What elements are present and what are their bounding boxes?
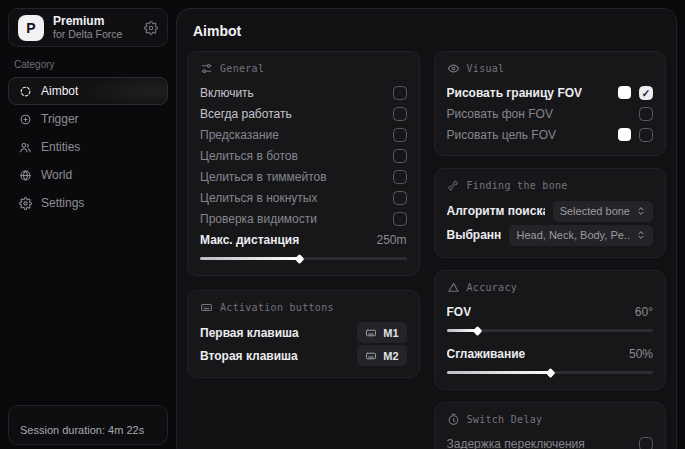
- bone-algorithm-dropdown[interactable]: Selected bone: [553, 201, 653, 222]
- sidebar-item-entities[interactable]: Entities: [8, 133, 168, 161]
- crosshair-icon: [19, 85, 32, 98]
- toggle-label: Целиться в нокнутых: [200, 191, 317, 205]
- visual-row: Рисовать границу FOV: [447, 82, 654, 103]
- toggle-row: Всегда работать: [200, 103, 407, 124]
- sidebar-item-label: Trigger: [41, 112, 79, 126]
- checkbox[interactable]: [639, 437, 653, 449]
- visual-card: Visual Рисовать границу FOV Рисовать фон…: [434, 51, 667, 156]
- checkbox[interactable]: [393, 86, 407, 100]
- dropdown-value: Head, Neck, Body, Pe..: [516, 229, 630, 241]
- toggle-label: Включить: [200, 86, 254, 100]
- sidebar-item-label: Settings: [41, 196, 84, 210]
- card-title: Switch Delay: [467, 414, 543, 425]
- accuracy-card: Accuracy FOV 60° Сглаживание 50%: [434, 270, 667, 390]
- slider-fill: [447, 371, 550, 374]
- triangle-icon: [447, 281, 460, 294]
- brand-subtitle: for Delta Force: [53, 28, 135, 40]
- entities-icon: [19, 141, 32, 154]
- sidebar-item-world[interactable]: World: [8, 161, 168, 189]
- visual-label: Рисовать границу FOV: [447, 86, 583, 100]
- selected-bones-dropdown[interactable]: Head, Neck, Body, Pe..: [509, 225, 653, 246]
- bone-row: Выбранные кости Head, Neck, Body, Pe..: [447, 223, 654, 247]
- slider-value: 50%: [629, 347, 653, 361]
- toggle-row: Целиться в ботов: [200, 145, 407, 166]
- keybind-button[interactable]: M2: [357, 345, 406, 366]
- slider-label: Макс. дистанция: [200, 233, 299, 247]
- toggle-row: Проверка видимости: [200, 208, 407, 229]
- card-title: Activation buttons: [220, 302, 334, 313]
- main-panel: Aimbot General Включить Всегда работать: [176, 8, 677, 449]
- trigger-icon: [19, 113, 32, 126]
- checkbox[interactable]: [639, 107, 653, 121]
- sidebar-item-label: Entities: [41, 140, 80, 154]
- checkbox[interactable]: [393, 170, 407, 184]
- toggle-label: Целиться в ботов: [200, 149, 298, 163]
- eye-icon: [447, 62, 460, 75]
- switch-delay-card: Switch Delay Задержка переключения Задер…: [434, 402, 667, 449]
- chevrons-up-down-icon: [636, 206, 646, 216]
- card-title: Visual: [467, 63, 505, 74]
- slider-header-row: Макс. дистанция 250m: [200, 229, 407, 250]
- toggle-label: Задержка переключения: [447, 437, 585, 449]
- slider-value: 250m: [376, 233, 406, 247]
- slider-label: Сглаживание: [447, 347, 526, 361]
- keyboard-icon: [200, 301, 213, 314]
- checkbox[interactable]: [393, 128, 407, 142]
- sidebar-item-label: Aimbot: [41, 84, 78, 98]
- chevrons-up-down-icon: [636, 230, 646, 240]
- slider-header-row: FOV 60°: [447, 301, 654, 322]
- tune-icon: [200, 62, 213, 75]
- brand-card: P Premium for Delta Force: [8, 8, 168, 47]
- toggle-label: Предсказание: [200, 128, 279, 142]
- gear-icon[interactable]: [144, 21, 158, 35]
- keybind-label: Первая клавиша: [200, 326, 299, 340]
- sidebar-item-aimbot[interactable]: Aimbot: [8, 77, 168, 105]
- timer-icon: [447, 413, 460, 426]
- toggle-row: Целиться в тиммейтов: [200, 166, 407, 187]
- visual-row: Рисовать цель FOV: [447, 124, 654, 145]
- toggle-row: Предсказание: [200, 124, 407, 145]
- category-label: Category: [14, 59, 162, 70]
- toggle-label: Проверка видимости: [200, 212, 317, 226]
- toggle-row: Целиться в нокнутых: [200, 187, 407, 208]
- max-distance-slider[interactable]: [200, 252, 407, 265]
- sidebar-item-settings[interactable]: Settings: [8, 189, 168, 217]
- keybind-row: Вторая клавиша M2: [200, 344, 407, 367]
- bones-card: Finding the bone Алгоритм поиска костей …: [434, 168, 667, 258]
- globe-icon: [19, 169, 32, 182]
- slider-label: FOV: [447, 305, 472, 319]
- sidebar-item-trigger[interactable]: Trigger: [8, 105, 168, 133]
- activation-card: Activation buttons Первая клавиша M1 Вто…: [187, 290, 420, 378]
- visual-row: Рисовать фон FOV: [447, 103, 654, 124]
- toggle-label: Целиться в тиммейтов: [200, 170, 327, 184]
- keybind-button[interactable]: M1: [357, 322, 406, 343]
- keybind-value: M2: [383, 350, 398, 362]
- slider-value: 60°: [635, 305, 653, 319]
- toggle-row: Включить: [200, 82, 407, 103]
- brand-logo: P: [18, 15, 44, 41]
- sidebar-item-label: World: [41, 168, 72, 182]
- color-swatch[interactable]: [618, 86, 631, 99]
- session-duration-box: Session duration: 4m 22s: [8, 405, 168, 445]
- bone-label: Выбранные кости: [447, 228, 502, 242]
- card-title: General: [220, 63, 264, 74]
- smoothing-slider[interactable]: [447, 366, 654, 379]
- checkbox[interactable]: [393, 191, 407, 205]
- visual-label: Рисовать фон FOV: [447, 107, 553, 121]
- sidebar: P Premium for Delta Force Category Aimbo…: [0, 0, 176, 449]
- visual-label: Рисовать цель FOV: [447, 128, 557, 142]
- checkbox[interactable]: [639, 128, 653, 142]
- brand-title: Premium: [53, 15, 135, 29]
- checkbox[interactable]: [639, 86, 653, 100]
- checkbox[interactable]: [393, 107, 407, 121]
- toggle-row: Задержка переключения: [447, 433, 654, 449]
- sidebar-nav: Aimbot Trigger Entities World Settings: [8, 77, 168, 217]
- checkbox[interactable]: [393, 149, 407, 163]
- fov-slider[interactable]: [447, 324, 654, 337]
- checkbox[interactable]: [393, 212, 407, 226]
- keybind-value: M1: [383, 327, 398, 339]
- slider-fill: [200, 257, 299, 260]
- color-swatch[interactable]: [618, 128, 631, 141]
- slider-header-row: Сглаживание 50%: [447, 343, 654, 364]
- slider-fill: [447, 329, 478, 332]
